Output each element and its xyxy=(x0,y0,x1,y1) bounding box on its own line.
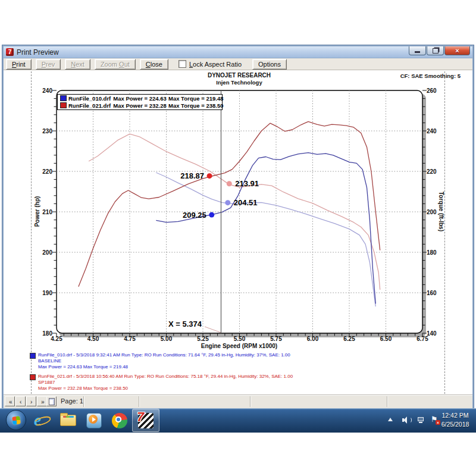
next-button[interactable]: Next xyxy=(65,59,90,70)
toolbar: Print Prev Next Zoom Out Close Lock Aspe… xyxy=(4,58,472,70)
lock-aspect-ratio-label: Lock Aspect Ratio xyxy=(189,61,242,68)
taskbar: e 7 ⚑x 12:42 PM 6/25/2018 xyxy=(0,408,476,433)
tray-date: 6/25/2018 xyxy=(437,420,474,429)
window-title: Print Preview xyxy=(17,48,59,57)
statusbar-divider xyxy=(139,396,140,407)
volume-icon[interactable] xyxy=(402,416,411,424)
start-button[interactable] xyxy=(6,410,26,430)
internet-explorer-icon[interactable]: e xyxy=(34,412,52,430)
app-icon: 7 xyxy=(6,48,14,56)
preview-page xyxy=(4,70,472,395)
folder-files-icon xyxy=(63,416,74,418)
page-setup-button[interactable] xyxy=(46,396,57,406)
close-button[interactable]: × xyxy=(444,46,470,55)
minimize-icon xyxy=(415,51,420,53)
desktop-screen: 7 Print Preview × Print Prev Next Zoom O… xyxy=(0,0,476,476)
window-controls: × xyxy=(408,46,470,55)
document-icon xyxy=(49,398,55,405)
titlebar[interactable]: 7 Print Preview × xyxy=(4,46,472,58)
windows-flag-icon xyxy=(12,416,21,425)
minimize-button[interactable] xyxy=(409,46,426,55)
statusbar: « ‹ › » Page: 1 xyxy=(4,394,472,408)
restore-icon xyxy=(433,48,439,54)
tray-time: 12:42 PM xyxy=(437,411,474,420)
last-page-button[interactable]: » xyxy=(37,396,47,406)
winpep-taskbar-button[interactable]: 7 xyxy=(132,409,159,432)
media-player-icon[interactable] xyxy=(85,412,103,430)
print-preview-window: 7 Print Preview × Print Prev Next Zoom O… xyxy=(4,46,472,408)
next-page-button[interactable]: › xyxy=(26,396,36,406)
print-button[interactable]: Print xyxy=(6,59,32,70)
left-margin-guide xyxy=(31,71,32,394)
windows-explorer-icon[interactable] xyxy=(60,412,77,430)
app-icon-glyph: 7 xyxy=(8,49,12,55)
statusbar-divider xyxy=(83,396,84,407)
close-icon: × xyxy=(455,48,459,54)
statusbar-divider xyxy=(250,396,251,407)
prev-button[interactable]: Prev xyxy=(36,59,61,70)
hidden-icons-arrow[interactable] xyxy=(388,418,393,421)
winpep-seven-glyph: 7 xyxy=(133,409,148,425)
play-icon xyxy=(92,417,96,422)
right-margin-guide xyxy=(444,71,445,394)
tray-clock[interactable]: 12:42 PM 6/25/2018 xyxy=(437,411,474,429)
options-button[interactable]: Options xyxy=(252,59,287,70)
restore-button[interactable] xyxy=(427,46,444,55)
first-page-button[interactable]: « xyxy=(5,396,15,406)
chrome-icon[interactable] xyxy=(111,412,129,430)
page-indicator: Page: 1 xyxy=(61,397,83,405)
lock-aspect-ratio-checkbox[interactable] xyxy=(178,60,186,68)
zoom-out-button[interactable]: Zoom Out xyxy=(95,59,136,70)
lock-aspect-ratio-control: Lock Aspect Ratio xyxy=(178,60,242,68)
close-preview-button[interactable]: Close xyxy=(140,59,168,70)
prev-page-button[interactable]: ‹ xyxy=(15,396,26,406)
network-icon[interactable] xyxy=(416,417,425,424)
statusbar-divider xyxy=(387,396,388,407)
